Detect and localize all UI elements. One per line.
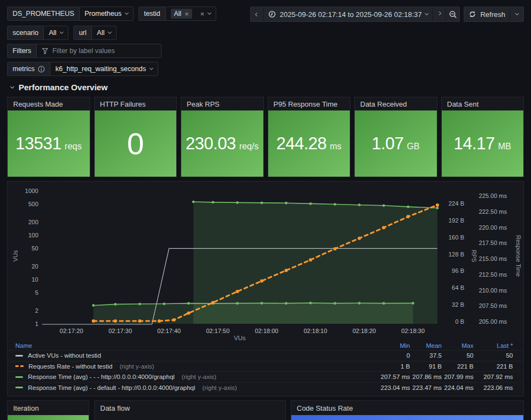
svg-text:Response Time: Response Time bbox=[515, 235, 522, 277]
panel-title[interactable]: Iteration bbox=[8, 401, 89, 415]
chip-remove-icon[interactable]: × bbox=[184, 10, 189, 18]
time-shift-back-button[interactable] bbox=[251, 7, 264, 21]
panel-title[interactable]: Requests Made bbox=[8, 97, 90, 110]
svg-text:02:18:20: 02:18:20 bbox=[353, 328, 376, 334]
panel-iteration: Iteration bbox=[7, 400, 89, 420]
panel-title[interactable]: Peak RPS bbox=[181, 97, 263, 110]
svg-text:100: 100 bbox=[28, 232, 38, 238]
panel-title[interactable]: Data Sent bbox=[442, 97, 524, 110]
svg-text:02:18:10: 02:18:10 bbox=[304, 328, 327, 334]
row-performance-overview[interactable]: Performance Overview bbox=[11, 83, 524, 92]
svg-text:1000: 1000 bbox=[25, 188, 38, 194]
svg-text:220.00 ms: 220.00 ms bbox=[479, 224, 507, 231]
collapse-chevron-icon bbox=[10, 84, 14, 88]
svg-text:0 B: 0 B bbox=[455, 318, 464, 325]
info-icon bbox=[38, 66, 45, 73]
section-title: Performance Overview bbox=[19, 83, 108, 92]
legend-table: Name Min Mean Max Last * Active VUs - wi… bbox=[8, 341, 523, 393]
chevron-down-icon bbox=[60, 30, 64, 34]
series-swatch-green bbox=[15, 376, 23, 378]
svg-text:VUs: VUs bbox=[12, 250, 19, 261]
url-label: url bbox=[74, 26, 91, 39]
svg-text:VUs: VUs bbox=[234, 335, 246, 341]
chevron-down-icon bbox=[125, 11, 129, 15]
chevron-down-icon bbox=[108, 30, 112, 34]
refresh-icon bbox=[469, 10, 476, 18]
grafana-dashboard: DS_PROMETHEUS Prometheus testid All × × bbox=[0, 0, 531, 420]
legend-row-requests-rate[interactable]: Requests Rate - without testid(right y-a… bbox=[8, 361, 523, 372]
chevron-down-icon bbox=[149, 66, 153, 70]
timeseries-chart-canvas[interactable]: 1000500200100502010521224 B192 B160 B128… bbox=[8, 182, 524, 341]
stat-value: 14.17 bbox=[454, 134, 495, 154]
metrics-picker[interactable]: k6_http_req_waiting_seconds bbox=[50, 62, 157, 75]
clear-selection-icon[interactable]: × bbox=[200, 10, 205, 18]
stat-color-bar bbox=[8, 415, 89, 420]
stat-value: 13531 bbox=[15, 134, 61, 154]
stat-unit: GB bbox=[407, 142, 419, 151]
url-picker[interactable]: All bbox=[91, 26, 116, 39]
clock-icon bbox=[268, 10, 276, 18]
legend-col-max[interactable]: Max bbox=[442, 342, 474, 349]
stat-unit: reqs bbox=[65, 142, 82, 151]
time-range-picker[interactable]: 2025-09-26 02:17:14 to 2025-09-26 02:18:… bbox=[264, 7, 434, 21]
legend-row-response-time-1[interactable]: Response Time (avg) - - - http://0.0.0.0… bbox=[8, 371, 523, 382]
filter-funnel-icon bbox=[42, 47, 49, 55]
stat-unit: ms bbox=[330, 142, 342, 151]
svg-text:222.50 ms: 222.50 ms bbox=[479, 208, 507, 215]
panel-title[interactable]: Data Received bbox=[355, 97, 437, 110]
timeseries-panel: 1000500200100502010521224 B192 B160 B128… bbox=[7, 181, 524, 396]
series-swatch-green bbox=[15, 387, 23, 388]
testid-picker[interactable]: All × × bbox=[165, 7, 216, 20]
svg-text:96 B: 96 B bbox=[452, 267, 464, 274]
time-range-text: 2025-09-26 02:17:14 to 2025-09-26 02:18:… bbox=[280, 10, 422, 19]
legend-col-name[interactable]: Name bbox=[15, 342, 360, 349]
svg-text:5: 5 bbox=[35, 289, 38, 296]
panel-title[interactable]: Code Status Rate bbox=[291, 401, 523, 415]
legend-row-response-time-2[interactable]: Response Time (avg) - - default - http:/… bbox=[8, 382, 523, 393]
svg-text:500: 500 bbox=[28, 201, 38, 207]
stat-panel-data-received: Data Received 1.07GB bbox=[354, 97, 437, 177]
adhoc-filters: Filters bbox=[7, 44, 161, 58]
datasource-label: DS_PROMETHEUS bbox=[8, 7, 79, 20]
chevron-down-icon bbox=[207, 11, 211, 15]
svg-text:2: 2 bbox=[35, 307, 38, 314]
legend-header-row: Name Min Mean Max Last * bbox=[8, 341, 523, 350]
svg-text:192 B: 192 B bbox=[448, 217, 464, 224]
refresh-button[interactable]: Refresh bbox=[464, 7, 510, 21]
panel-title[interactable]: P95 Response Time bbox=[268, 97, 350, 110]
svg-text:RPS: RPS bbox=[471, 250, 477, 262]
panel-title[interactable]: HTTP Failures bbox=[95, 97, 177, 110]
legend-col-mean[interactable]: Mean bbox=[410, 342, 442, 349]
time-zoom-out-button[interactable] bbox=[446, 7, 459, 21]
svg-text:32 B: 32 B bbox=[452, 301, 464, 308]
legend-row-active-vus[interactable]: Active VUs - without testid 0 37.5 50 50 bbox=[8, 350, 523, 361]
datasource-picker[interactable]: Prometheus bbox=[79, 7, 133, 20]
stat-panel-requests-made: Requests Made 13531reqs bbox=[7, 97, 90, 177]
time-shift-forward-button[interactable] bbox=[433, 7, 446, 21]
stat-value: 244.28 bbox=[276, 134, 327, 154]
chevron-down-icon bbox=[425, 11, 429, 15]
svg-text:128 B: 128 B bbox=[448, 251, 464, 258]
stat-unit: MB bbox=[498, 142, 511, 151]
scenario-picker[interactable]: All bbox=[43, 26, 68, 39]
filters-label: Filters bbox=[8, 44, 36, 57]
scenario-variable: scenario All bbox=[7, 26, 68, 40]
panel-data-flow: Data flow bbox=[94, 400, 286, 420]
metrics-label: metrics bbox=[8, 62, 50, 75]
stat-panel-data-sent: Data Sent 14.17MB bbox=[441, 97, 524, 177]
refresh-interval-dropdown[interactable] bbox=[510, 7, 523, 21]
filters-input[interactable] bbox=[53, 47, 156, 55]
svg-text:210.00 ms: 210.00 ms bbox=[479, 287, 507, 294]
svg-text:217.50 ms: 217.50 ms bbox=[479, 240, 507, 246]
stat-value: 1.07 bbox=[372, 134, 403, 154]
bottom-panels-row: Iteration Data flow Code Status Rate bbox=[7, 400, 524, 420]
panel-title[interactable]: Data flow bbox=[95, 401, 285, 415]
svg-text:02:17:30: 02:17:30 bbox=[108, 328, 132, 334]
svg-text:02:18:00: 02:18:00 bbox=[255, 328, 279, 334]
svg-text:160 B: 160 B bbox=[448, 234, 464, 241]
stat-panel-http-failures: HTTP Failures 0 bbox=[94, 97, 177, 177]
testid-chip[interactable]: All × bbox=[171, 9, 192, 19]
svg-text:02:17:50: 02:17:50 bbox=[206, 328, 229, 334]
legend-col-min[interactable]: Min bbox=[360, 342, 410, 349]
legend-col-last[interactable]: Last * bbox=[474, 342, 513, 349]
